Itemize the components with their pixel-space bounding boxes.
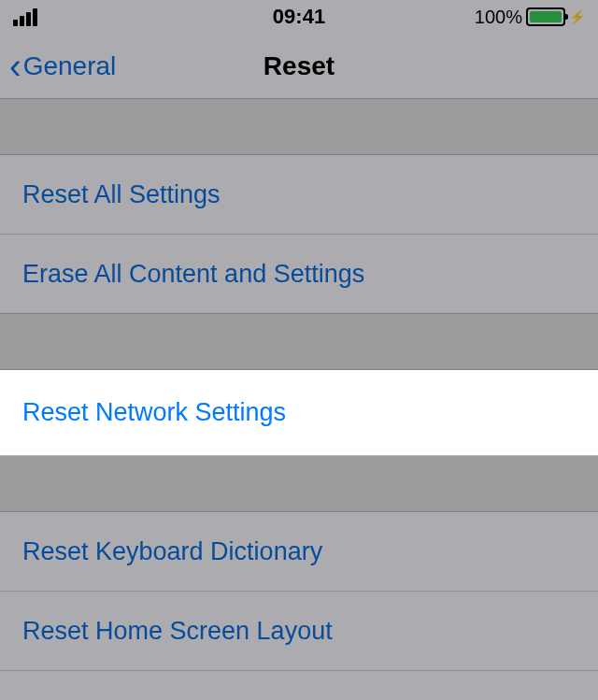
- signal-icon: [13, 8, 37, 26]
- row-label: Reset Location & Privacy: [22, 696, 305, 701]
- row-label: Reset Keyboard Dictionary: [22, 537, 322, 566]
- row-label: Reset Home Screen Layout: [22, 617, 333, 646]
- group-spacer: [0, 99, 598, 155]
- content: Reset All Settings Erase All Content and…: [0, 99, 598, 700]
- back-button[interactable]: ‹ General: [9, 49, 116, 84]
- status-bar: 09:41 100% ⚡: [0, 0, 598, 34]
- status-right: 100% ⚡: [475, 7, 585, 28]
- battery-percent: 100%: [475, 7, 522, 28]
- row-reset-keyboard-dictionary[interactable]: Reset Keyboard Dictionary: [0, 512, 598, 592]
- page-title: Reset: [263, 51, 335, 81]
- row-label: Reset Network Settings: [22, 398, 286, 427]
- status-time: 09:41: [273, 5, 325, 29]
- chevron-left-icon: ‹: [9, 49, 21, 84]
- row-reset-all-settings[interactable]: Reset All Settings: [0, 155, 598, 235]
- row-reset-network-settings[interactable]: Reset Network Settings: [0, 370, 598, 456]
- group-spacer: [0, 314, 598, 370]
- row-erase-all-content[interactable]: Erase All Content and Settings: [0, 235, 598, 314]
- row-reset-location-privacy[interactable]: Reset Location & Privacy: [0, 671, 598, 700]
- group-spacer: [0, 456, 598, 512]
- row-reset-home-screen-layout[interactable]: Reset Home Screen Layout: [0, 592, 598, 671]
- back-label: General: [23, 51, 117, 81]
- charging-icon: ⚡: [569, 9, 585, 24]
- row-label: Reset All Settings: [22, 180, 221, 209]
- nav-bar: ‹ General Reset: [0, 34, 598, 99]
- row-label: Erase All Content and Settings: [22, 260, 364, 289]
- battery-icon: [526, 7, 565, 26]
